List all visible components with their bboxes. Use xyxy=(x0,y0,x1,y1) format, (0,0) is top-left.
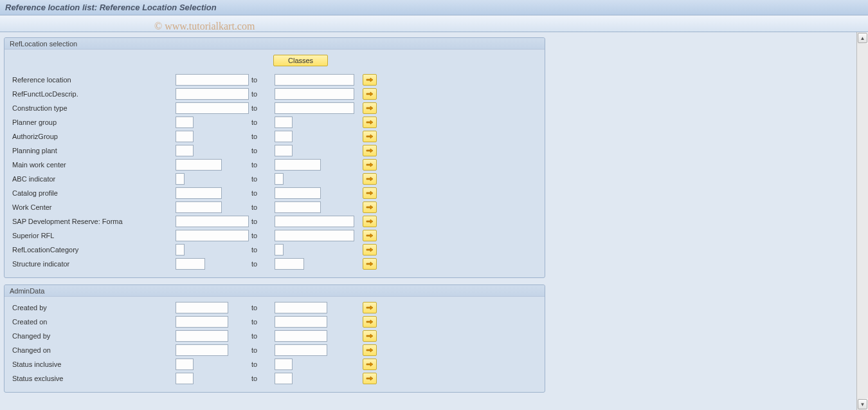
from-input[interactable] xyxy=(176,201,222,213)
from-input[interactable] xyxy=(176,344,228,356)
to-input[interactable] xyxy=(275,344,327,356)
to-input[interactable] xyxy=(275,230,354,241)
selection-row: RefLocationCategory to xyxy=(11,243,538,257)
field-label: Catalog profile xyxy=(11,189,176,197)
from-input[interactable] xyxy=(176,373,194,384)
multiple-selection-button[interactable] xyxy=(363,187,377,199)
from-input[interactable] xyxy=(176,145,194,156)
arrow-right-icon xyxy=(366,133,374,140)
multiple-selection-button[interactable] xyxy=(363,316,377,328)
to-input[interactable] xyxy=(275,244,284,256)
to-input[interactable] xyxy=(275,102,354,114)
to-input[interactable] xyxy=(275,258,304,270)
from-input[interactable] xyxy=(176,258,205,270)
to-input[interactable] xyxy=(275,88,354,100)
to-label: to xyxy=(250,133,275,140)
arrow-right-icon xyxy=(366,190,374,196)
arrow-right-icon xyxy=(366,361,374,368)
field-label: ABC indicator xyxy=(11,175,176,183)
field-label: Main work center xyxy=(11,161,176,169)
field-label: Created by xyxy=(11,304,176,312)
to-input[interactable] xyxy=(275,373,293,384)
field-label: Superior RFL xyxy=(11,232,176,239)
vertical-scrollbar[interactable]: ▲ ▼ xyxy=(856,32,868,410)
group-legend: AdminData xyxy=(5,285,545,297)
from-input[interactable] xyxy=(176,116,194,128)
arrow-right-icon xyxy=(366,91,374,97)
from-input[interactable] xyxy=(176,159,222,171)
from-input[interactable] xyxy=(176,102,249,114)
to-input[interactable] xyxy=(275,330,327,342)
from-input[interactable] xyxy=(176,173,185,185)
field-label: Changed by xyxy=(11,332,176,340)
selection-row: Created by to xyxy=(11,301,538,315)
to-input[interactable] xyxy=(275,131,293,142)
multiple-selection-button[interactable] xyxy=(363,344,377,356)
selection-row: Planner group to xyxy=(11,115,538,129)
to-label: to xyxy=(250,90,275,98)
arrow-right-icon xyxy=(366,333,374,339)
multiple-selection-button[interactable] xyxy=(363,173,377,185)
field-label: Created on xyxy=(11,318,176,326)
from-input[interactable] xyxy=(176,244,185,256)
selection-row: AuthorizGroup to xyxy=(11,129,538,144)
arrow-right-icon xyxy=(366,261,374,267)
multiple-selection-button[interactable] xyxy=(363,230,377,241)
to-label: to xyxy=(250,246,275,254)
arrow-right-icon xyxy=(366,162,374,168)
field-label: Reference location xyxy=(11,76,176,84)
scroll-down-icon[interactable]: ▼ xyxy=(858,399,867,409)
multiple-selection-button[interactable] xyxy=(363,302,377,313)
to-label: to xyxy=(250,332,275,340)
multiple-selection-button[interactable] xyxy=(363,244,377,256)
multiple-selection-button[interactable] xyxy=(363,216,377,227)
from-input[interactable] xyxy=(176,316,228,328)
from-input[interactable] xyxy=(176,230,249,241)
multiple-selection-button[interactable] xyxy=(363,74,377,86)
to-input[interactable] xyxy=(275,145,293,156)
multiple-selection-button[interactable] xyxy=(363,102,377,114)
from-input[interactable] xyxy=(176,302,228,313)
to-input[interactable] xyxy=(275,187,321,199)
multiple-selection-button[interactable] xyxy=(363,330,377,342)
multiple-selection-button[interactable] xyxy=(363,159,377,171)
to-input[interactable] xyxy=(275,116,293,128)
scroll-up-icon[interactable]: ▲ xyxy=(858,33,867,43)
content-filler xyxy=(549,32,856,410)
multiple-selection-button[interactable] xyxy=(363,145,377,156)
field-label: Planning plant xyxy=(11,147,176,154)
multiple-selection-button[interactable] xyxy=(363,131,377,142)
field-label: SAP Development Reserve: Forma xyxy=(11,218,176,225)
classes-button[interactable]: Classes xyxy=(273,55,328,66)
to-input[interactable] xyxy=(275,302,327,313)
selection-row: Structure indicator to xyxy=(11,257,538,271)
multiple-selection-button[interactable] xyxy=(363,116,377,128)
to-input[interactable] xyxy=(275,173,284,185)
from-input[interactable] xyxy=(176,74,249,86)
multiple-selection-button[interactable] xyxy=(363,258,377,270)
from-input[interactable] xyxy=(176,359,194,370)
multiple-selection-button[interactable] xyxy=(363,359,377,370)
from-input[interactable] xyxy=(176,216,249,227)
to-label: to xyxy=(250,375,275,382)
to-input[interactable] xyxy=(275,201,321,213)
from-input[interactable] xyxy=(176,131,194,142)
from-input[interactable] xyxy=(176,88,249,100)
scroll-track[interactable] xyxy=(857,44,868,398)
multiple-selection-button[interactable] xyxy=(363,201,377,213)
from-input[interactable] xyxy=(176,187,222,199)
multiple-selection-button[interactable] xyxy=(363,373,377,384)
from-input[interactable] xyxy=(176,330,228,342)
to-input[interactable] xyxy=(275,359,293,370)
field-label: AuthorizGroup xyxy=(11,133,176,140)
multiple-selection-button[interactable] xyxy=(363,88,377,100)
to-input[interactable] xyxy=(275,74,354,86)
to-input[interactable] xyxy=(275,159,321,171)
field-label: Status exclusive xyxy=(11,375,176,382)
to-input[interactable] xyxy=(275,316,327,328)
selection-row: Work Center to xyxy=(11,200,538,214)
to-input[interactable] xyxy=(275,216,354,227)
selection-row: Status exclusive to xyxy=(11,371,538,386)
arrow-right-icon xyxy=(366,204,374,210)
selection-row: RefFunctLocDescrip. to xyxy=(11,87,538,101)
